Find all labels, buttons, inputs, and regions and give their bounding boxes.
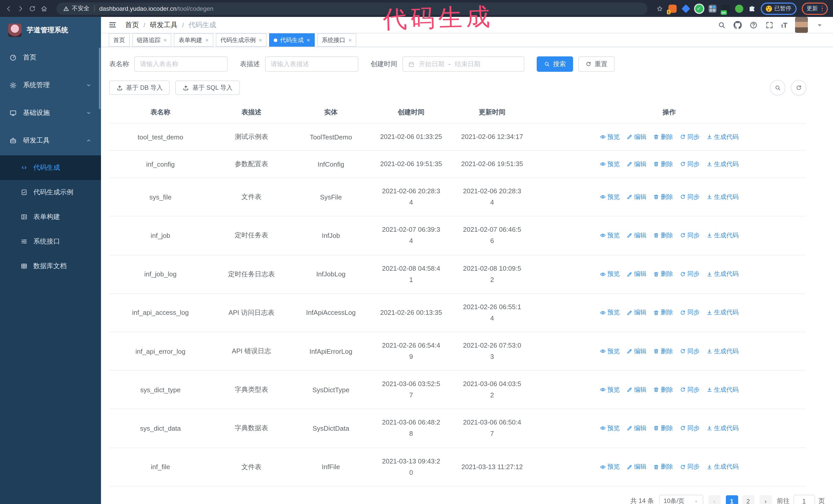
- security-status[interactable]: 不安全: [63, 5, 90, 12]
- action-预览[interactable]: 预览: [600, 347, 620, 356]
- sidebar-subitem-系统接口[interactable]: 系统接口: [0, 229, 101, 254]
- action-编辑[interactable]: 编辑: [626, 424, 646, 433]
- sidebar-item-研发工具[interactable]: 研发工具: [0, 127, 101, 154]
- action-删除[interactable]: 删除: [653, 308, 673, 317]
- table-desc-input[interactable]: [265, 56, 358, 72]
- breadcrumb-devtools[interactable]: 研发工具: [150, 20, 177, 29]
- action-删除[interactable]: 删除: [653, 160, 673, 168]
- action-编辑[interactable]: 编辑: [626, 133, 646, 141]
- page-button-2[interactable]: 2: [742, 495, 754, 504]
- tab-close-icon[interactable]: ×: [259, 37, 262, 43]
- action-生成代码[interactable]: 生成代码: [706, 160, 739, 168]
- app-logo-row[interactable]: 芋道管理系统: [0, 17, 101, 44]
- action-同步[interactable]: 同步: [680, 424, 700, 433]
- action-预览[interactable]: 预览: [600, 270, 620, 279]
- action-删除[interactable]: 删除: [653, 133, 673, 141]
- reset-button[interactable]: 重置: [578, 56, 615, 72]
- import-db-button[interactable]: 基于 DB 导入: [109, 80, 170, 95]
- action-生成代码[interactable]: 生成代码: [706, 424, 739, 433]
- profile-paused-chip[interactable]: 已暂停: [760, 2, 796, 15]
- action-同步[interactable]: 同步: [680, 133, 700, 141]
- action-生成代码[interactable]: 生成代码: [706, 193, 739, 201]
- tab-close-icon[interactable]: ×: [205, 37, 209, 43]
- action-编辑[interactable]: 编辑: [626, 160, 646, 168]
- action-预览[interactable]: 预览: [600, 133, 620, 141]
- tab-首页[interactable]: 首页: [109, 33, 130, 47]
- action-预览[interactable]: 预览: [600, 231, 620, 240]
- action-同步[interactable]: 同步: [680, 231, 700, 240]
- caret-down-icon[interactable]: [815, 21, 824, 29]
- action-预览[interactable]: 预览: [600, 308, 620, 317]
- tab-表单构建[interactable]: 表单构建×: [174, 33, 213, 47]
- tab-代码生成[interactable]: 代码生成×: [269, 33, 315, 47]
- tab-close-icon[interactable]: ×: [307, 37, 310, 43]
- sidebar-item-基础设施[interactable]: 基础设施: [0, 99, 101, 127]
- action-同步[interactable]: 同步: [680, 270, 700, 279]
- extension-check-icon[interactable]: ✓: [695, 4, 703, 13]
- sidebar-subitem-表单构建[interactable]: 表单构建: [0, 205, 101, 229]
- action-预览[interactable]: 预览: [600, 462, 620, 471]
- extension-colorzilla-icon[interactable]: 1: [668, 4, 676, 13]
- user-avatar[interactable]: [795, 17, 808, 33]
- action-编辑[interactable]: 编辑: [626, 193, 646, 201]
- fullscreen-icon[interactable]: [765, 21, 774, 29]
- tab-系统接口[interactable]: 系统接口×: [317, 33, 357, 47]
- action-删除[interactable]: 删除: [653, 347, 673, 356]
- action-编辑[interactable]: 编辑: [626, 270, 646, 279]
- browser-back-button[interactable]: [5, 5, 12, 12]
- action-生成代码[interactable]: 生成代码: [706, 308, 739, 317]
- goto-page-input[interactable]: [793, 495, 815, 504]
- sidebar-subitem-代码生成示例[interactable]: 代码生成示例: [0, 180, 101, 205]
- action-删除[interactable]: 删除: [653, 424, 673, 433]
- sidebar-collapse-button[interactable]: [108, 21, 117, 29]
- tab-代码生成示例[interactable]: 代码生成示例×: [216, 33, 267, 47]
- action-预览[interactable]: 预览: [600, 193, 620, 201]
- prev-page-button[interactable]: ‹: [708, 495, 720, 504]
- action-生成代码[interactable]: 生成代码: [706, 231, 739, 240]
- action-预览[interactable]: 预览: [600, 385, 620, 394]
- tab-链路追踪[interactable]: 链路追踪×: [132, 33, 171, 47]
- search-button[interactable]: 搜索: [537, 56, 573, 72]
- extension-onetab-icon[interactable]: on: [721, 4, 730, 13]
- sidebar-item-系统管理[interactable]: 系统管理: [0, 71, 101, 99]
- breadcrumb-home[interactable]: 首页: [125, 20, 139, 29]
- action-生成代码[interactable]: 生成代码: [706, 462, 739, 471]
- action-生成代码[interactable]: 生成代码: [706, 133, 739, 141]
- tab-close-icon[interactable]: ×: [349, 37, 352, 43]
- sidebar-item-首页[interactable]: 首页: [0, 44, 101, 71]
- action-删除[interactable]: 删除: [653, 385, 673, 394]
- action-删除[interactable]: 删除: [653, 231, 673, 240]
- page-button-1[interactable]: 1: [725, 495, 738, 504]
- browser-forward-button[interactable]: [17, 5, 24, 12]
- table-name-input[interactable]: [134, 56, 228, 72]
- action-同步[interactable]: 同步: [680, 347, 700, 356]
- action-生成代码[interactable]: 生成代码: [706, 385, 739, 394]
- extensions-menu-button[interactable]: [748, 5, 755, 12]
- sidebar-subitem-代码生成[interactable]: 代码生成: [0, 155, 101, 180]
- github-icon[interactable]: [734, 21, 742, 29]
- action-生成代码[interactable]: 生成代码: [706, 270, 739, 279]
- action-编辑[interactable]: 编辑: [626, 231, 646, 240]
- action-编辑[interactable]: 编辑: [626, 462, 646, 471]
- action-预览[interactable]: 预览: [600, 160, 620, 168]
- action-同步[interactable]: 同步: [680, 385, 700, 394]
- action-同步[interactable]: 同步: [680, 308, 700, 317]
- refresh-table-button[interactable]: [791, 80, 806, 95]
- page-size-select[interactable]: 10条/页: [659, 495, 703, 504]
- bookmark-star-button[interactable]: [656, 5, 663, 12]
- sidebar-subitem-数据库文档[interactable]: 数据库文档: [0, 254, 101, 279]
- action-生成代码[interactable]: 生成代码: [706, 347, 739, 356]
- date-range-picker[interactable]: 开始日期 - 结束日期: [402, 56, 524, 72]
- action-删除[interactable]: 删除: [653, 193, 673, 201]
- address-bar[interactable]: 不安全 dashboard.yudao.iocoder.cn/tool/code…: [56, 2, 647, 15]
- browser-home-button[interactable]: [41, 5, 48, 12]
- kebab-menu-icon[interactable]: [822, 6, 823, 11]
- tab-close-icon[interactable]: ×: [164, 37, 167, 43]
- search-icon[interactable]: [718, 21, 726, 29]
- import-sql-button[interactable]: 基于 SQL 导入: [175, 80, 240, 95]
- browser-update-button[interactable]: 更新: [802, 2, 828, 15]
- action-编辑[interactable]: 编辑: [626, 308, 646, 317]
- browser-reload-button[interactable]: [29, 5, 36, 12]
- action-同步[interactable]: 同步: [680, 193, 700, 201]
- sidebar-scrollbar[interactable]: [99, 48, 100, 109]
